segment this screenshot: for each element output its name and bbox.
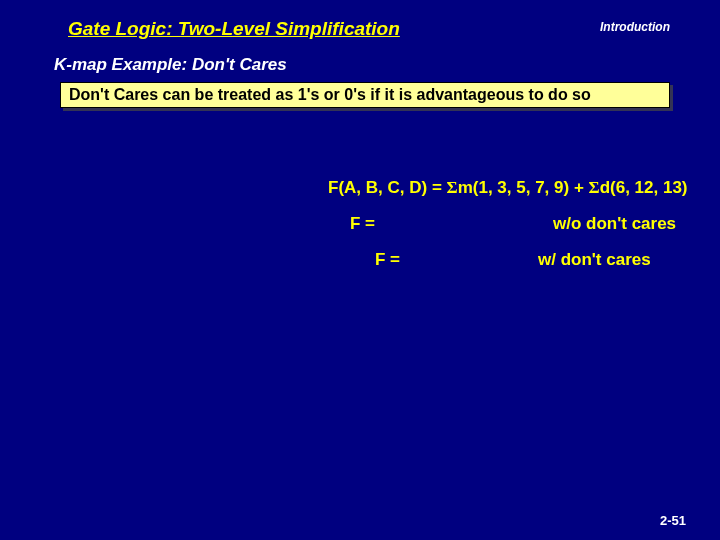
func-minterms: m(1, 3, 5, 7, 9) + [458,178,589,197]
slide-subtitle: K-map Example: Don't Cares [54,55,287,75]
callout-box: Don't Cares can be treated as 1's or 0's… [60,82,670,108]
slide-title: Gate Logic: Two-Level Simplification [68,18,400,40]
func-dontcares: d(6, 12, 13) [600,178,688,197]
corner-label: Introduction [600,20,670,34]
with-dc-label: w/ don't cares [538,250,651,270]
func-lhs: F(A, B, C, D) = [328,178,447,197]
without-dc-label: w/o don't cares [553,214,676,234]
f-equals-label: F = [375,250,400,270]
page-number: 2-51 [660,513,686,528]
sigma-icon: Σ [447,178,458,197]
function-definition: F(A, B, C, D) = Σm(1, 3, 5, 7, 9) + Σd(6… [328,178,688,198]
f-equals-label: F = [350,214,375,234]
sigma-icon: Σ [589,178,600,197]
